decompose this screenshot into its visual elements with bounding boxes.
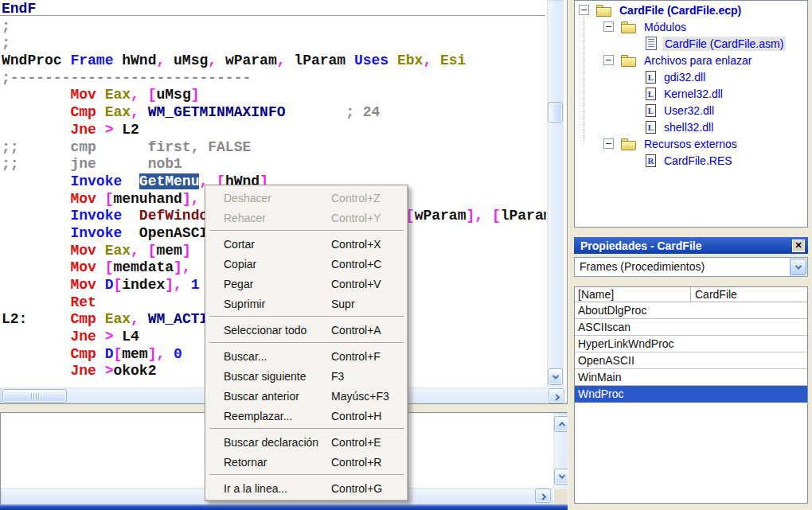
menu-separator	[209, 316, 404, 317]
menu-item-shortcut: Control+G	[331, 482, 382, 495]
code-line: ;; cmp first, FALSE	[2, 139, 546, 157]
menu-item-deshacer[interactable]: DeshacerControl+Z	[205, 188, 408, 208]
tree-item-label: Kernel32.dll	[662, 87, 725, 101]
menu-item-label: Reemplazar...	[224, 410, 331, 422]
expand-collapse-icon[interactable]	[603, 21, 614, 32]
editor-scroll-down-button[interactable]	[548, 368, 563, 385]
procedure-row-hyperlinkwndproc[interactable]: HyperLinkWndProc	[575, 336, 807, 352]
menu-item-label: Pegar	[224, 278, 331, 290]
tree-item-recursos-externos[interactable]: Recursos externos	[575, 135, 807, 152]
tree-item-cardfile-cardfile-ecp[interactable]: CardFile (CardFile.ecp)	[575, 2, 807, 18]
procedures-list: AboutDlgProcASCIIscanHyperLinkWndProcOpe…	[575, 302, 807, 403]
chevron-up-icon	[558, 422, 564, 428]
tree-item-archivos-para-enlazar[interactable]: Archivos para enlazar	[575, 52, 807, 68]
menu-item-buscar-siguiente[interactable]: Buscar siguienteF3	[205, 366, 408, 386]
editor-scroll-right-button[interactable]	[548, 388, 564, 403]
folder-icon	[596, 4, 611, 17]
menu-item-shortcut: Control+C	[331, 258, 381, 271]
properties-title: Propiedades - CardFile	[580, 239, 701, 252]
combobox-value: Frames (Procedimientos)	[580, 258, 705, 276]
menu-item-shortcut: Control+R	[331, 456, 381, 469]
menu-item-label: Cortar	[224, 238, 331, 251]
menu-item-label: Copiar	[224, 258, 331, 271]
tree-item-kernel32-dll[interactable]: LKernel32.dll	[575, 85, 807, 102]
code-line: Jne > L2	[2, 122, 546, 139]
procedure-row-openascii[interactable]: OpenASCII	[575, 352, 807, 369]
editor-vertical-scrollbar-track[interactable]	[547, 0, 564, 387]
code-line: Mov Eax, [uMsg]	[2, 87, 546, 104]
menu-item-shortcut: Control+E	[331, 436, 381, 449]
menu-item-buscar-declaraci-n[interactable]: Buscar declaraciónControl+E	[205, 432, 408, 452]
menu-item-buscar-anterior[interactable]: Buscar anteriorMayúsc+F3	[205, 386, 408, 406]
close-icon[interactable]: ✕	[792, 239, 805, 252]
combobox-dropdown-button[interactable]	[790, 259, 806, 275]
menu-separator	[209, 474, 404, 476]
procedures-list-panel: [Name] CardFile AboutDlgProcASCIIscanHyp…	[574, 286, 808, 504]
menu-item-shortcut: Control+V	[331, 278, 381, 290]
menu-item-shortcut: F3	[331, 370, 344, 383]
menu-item-suprimir[interactable]: SuprimirSupr	[205, 294, 408, 313]
procedure-row-asciiscan[interactable]: ASCIIscan	[575, 319, 807, 336]
resource-icon: R	[646, 154, 656, 167]
menu-item-buscar[interactable]: Buscar...Control+F	[205, 346, 408, 366]
expand-collapse-icon[interactable]	[603, 55, 614, 65]
tree-item-cardfile-res[interactable]: RCardFile.RES	[575, 152, 807, 169]
chevron-down-icon	[552, 372, 558, 379]
menu-item-shortcut: Control+Y	[331, 212, 381, 224]
code-line: ;; jne nob1	[2, 156, 546, 173]
menu-item-pegar[interactable]: PegarControl+V	[205, 274, 408, 294]
ide-window: { "editor": { "lines": [ [["EndF","cn"]]…	[0, 0, 812, 510]
chevron-down-icon	[558, 472, 564, 478]
tree-item-label: CardFile.RES	[662, 154, 735, 168]
scrollbar-grip-icon	[3, 390, 66, 402]
menu-item-shortcut: Control+F	[331, 350, 381, 363]
output-scroll-right-button[interactable]	[535, 489, 551, 503]
menu-item-copiar[interactable]: CopiarControl+C	[205, 254, 408, 274]
menu-separator	[209, 230, 404, 232]
chevron-right-icon	[552, 394, 559, 400]
menu-item-seleccionar-todo[interactable]: Seleccionar todoControl+A	[205, 320, 408, 340]
editor-vertical-scrollbar-thumb[interactable]	[548, 102, 563, 123]
editor-horizontal-scrollbar-thumb[interactable]	[2, 389, 67, 403]
menu-item-label: Rehacer	[224, 212, 331, 224]
tree-item-label: Módulos	[642, 20, 689, 34]
properties-category-combobox[interactable]: Frames (Procedimientos)	[574, 257, 808, 277]
menu-item-retornar[interactable]: RetornarControl+R	[205, 452, 408, 472]
procedures-list-header: [Name] CardFile	[575, 287, 807, 302]
project-tree-panel: CardFile (CardFile.ecp)MódulosCardFile (…	[574, 0, 808, 228]
chevron-down-icon	[794, 263, 801, 269]
menu-item-rehacer[interactable]: RehacerControl+Y	[205, 208, 408, 228]
expand-collapse-icon[interactable]	[579, 5, 589, 15]
menu-item-reemplazar[interactable]: Reemplazar...Control+H	[205, 406, 408, 426]
document-icon	[646, 37, 657, 50]
tree-item-gdi32-dll[interactable]: Lgdi32.dll	[575, 68, 807, 85]
menu-item-label: Deshacer	[224, 192, 331, 204]
tree-item-label: Recursos externos	[642, 137, 740, 151]
menu-item-label: Retornar	[224, 456, 331, 469]
code-line: ;	[2, 35, 546, 53]
tree-item-cardfile-cardfile-asm[interactable]: CardFile (CardFile.asm)	[575, 35, 807, 52]
tree-item-m-dulos[interactable]: Módulos	[575, 18, 807, 35]
tree-item-label: Archivos para enlazar	[642, 53, 754, 68]
tree-item-shell32-dll[interactable]: Lshell32.dll	[575, 119, 807, 135]
menu-item-label: Buscar anterior	[224, 390, 331, 403]
code-line: Cmp Eax, WM_GETMINMAXINFO ; 24	[2, 104, 546, 122]
menu-item-ir-a-la-linea[interactable]: Ir a la linea...Control+G	[205, 478, 408, 498]
chevron-right-icon	[540, 493, 546, 500]
header-name-column: [Name]	[575, 287, 691, 302]
folder-icon	[621, 138, 636, 150]
menu-item-label: Seleccionar todo	[224, 324, 331, 337]
tree-item-user32-dll[interactable]: LUser32.dll	[575, 102, 807, 119]
menu-item-shortcut: Mayúsc+F3	[331, 390, 389, 403]
expand-collapse-icon[interactable]	[603, 138, 614, 149]
tree-item-label: shell32.dll	[662, 120, 716, 134]
menu-item-shortcut: Control+Z	[331, 192, 381, 204]
menu-item-label: Ir a la linea...	[224, 482, 331, 495]
menu-item-cortar[interactable]: CortarControl+X	[205, 234, 408, 254]
procedure-row-aboutdlgproc[interactable]: AboutDlgProc	[575, 302, 807, 319]
procedure-row-winmain[interactable]: WinMain	[575, 369, 807, 386]
procedure-row-wndproc[interactable]: WndProc	[575, 386, 807, 403]
procedure-separator-line	[0, 15, 545, 16]
library-icon: L	[646, 121, 656, 134]
code-line: WndProc Frame hWnd, uMsg, wParam, lParam…	[2, 53, 546, 70]
